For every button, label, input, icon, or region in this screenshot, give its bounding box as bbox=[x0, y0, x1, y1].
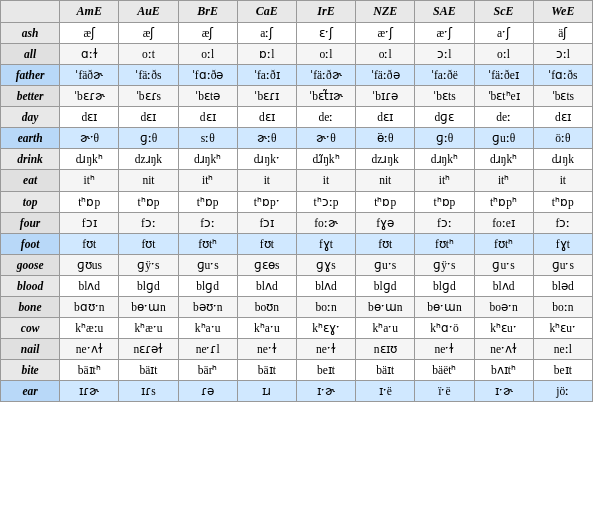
phonetic-cell: kʰaˑu bbox=[178, 318, 237, 339]
phonetic-cell: ɪˑë bbox=[356, 381, 415, 402]
table-row: bonebɑʊˑnbɵˑɯnbəʊˑnboʊnboːnbɵˑɯnbɵˑɯnboə… bbox=[1, 297, 593, 318]
phonetic-cell: kʰɑˑö bbox=[415, 318, 474, 339]
phonetic-cell: bləd bbox=[533, 275, 592, 296]
phonetic-cell: fʊt bbox=[60, 233, 119, 254]
phonetic-cell: ɡːθ bbox=[415, 128, 474, 149]
phonetic-cell: aːʃ bbox=[237, 22, 296, 43]
phonetic-cell: ˈbɛtə bbox=[178, 86, 237, 107]
word-label: ear bbox=[1, 381, 60, 402]
table-row: fourfɔɪfɔːfɔːfɔɪfoːɚfɣəfɔːfoːeɪfɔː bbox=[1, 212, 593, 233]
phonetic-cell: tʰɒp bbox=[356, 191, 415, 212]
phonetic-cell: dɛɪ bbox=[533, 107, 592, 128]
phonetic-cell: ˈbɛɾɪ bbox=[237, 86, 296, 107]
table-row: earɪɾɚɪɾsɾəɪɹɪˑɚɪˑëïˑëɪˑɚjöː bbox=[1, 381, 593, 402]
phonetic-cell: ɪˑɚ bbox=[474, 381, 533, 402]
word-label: eat bbox=[1, 170, 60, 191]
phonetic-cell: ɡɛɵs bbox=[237, 254, 296, 275]
phonetic-cell: neˑʌɫ bbox=[60, 339, 119, 360]
phonetic-cell: dɛɪ bbox=[60, 107, 119, 128]
phonetic-cell: kʰɛuˑ bbox=[533, 318, 592, 339]
phonetic-cell: blʌd bbox=[296, 275, 355, 296]
phonetic-cell: ɡÿˑs bbox=[119, 254, 178, 275]
phonetic-cell: fɔː bbox=[533, 212, 592, 233]
table-row: betterˈbɛɾɚˈbɛɾsˈbɛtəˈbɛɾɪˈbɛt̃ɪɚˈbɪɾəˈb… bbox=[1, 86, 593, 107]
phonetic-cell: itʰ bbox=[60, 170, 119, 191]
word-label: cow bbox=[1, 318, 60, 339]
phonetic-cell: dɹŋkʰ bbox=[474, 149, 533, 170]
phonetic-cell: oːl bbox=[178, 43, 237, 64]
phonetic-cell: blɡd bbox=[356, 275, 415, 296]
phonetic-cell: fʊt bbox=[119, 233, 178, 254]
phonetic-cell: dɹ̃ŋkʰ bbox=[296, 149, 355, 170]
phonetic-cell: boəˑn bbox=[474, 297, 533, 318]
phonetic-cell: bärʰ bbox=[178, 360, 237, 381]
phonetic-cell: ïˑë bbox=[415, 381, 474, 402]
phonetic-cell: ɔːl bbox=[533, 43, 592, 64]
phonetic-cell: fʊt bbox=[237, 233, 296, 254]
phonetic-cell: äʃ bbox=[533, 22, 592, 43]
phonetic-cell: sːθ bbox=[178, 128, 237, 149]
phonetic-cell: neˑɫ bbox=[296, 339, 355, 360]
phonetic-cell: dɹŋk bbox=[533, 149, 592, 170]
phonetic-cell: itʰ bbox=[178, 170, 237, 191]
table-row: earthɚˑθɡːθsːθɚːθɚˑθɵ̈ːθɡːθɡuːθöːθ bbox=[1, 128, 593, 149]
phonetic-cell: ɑːɫ bbox=[60, 43, 119, 64]
phonetic-cell: kʰaˑu bbox=[237, 318, 296, 339]
phonetic-cell: fɔː bbox=[415, 212, 474, 233]
phonetic-cell: dɹŋkʰ bbox=[178, 149, 237, 170]
word-label: father bbox=[1, 64, 60, 85]
phonetic-cell: ɡuˑs bbox=[178, 254, 237, 275]
column-header-nze: NZE bbox=[356, 1, 415, 23]
word-label: drink bbox=[1, 149, 60, 170]
phonetic-cell: aˑʃ bbox=[474, 22, 533, 43]
phonetic-cell: bɵˑɯn bbox=[356, 297, 415, 318]
phonetic-cell: neˑɾl bbox=[178, 339, 237, 360]
phonetic-cell: fɔɪ bbox=[60, 212, 119, 233]
phonetic-cell: ɡuˑs bbox=[356, 254, 415, 275]
phonetic-cell: boːn bbox=[533, 297, 592, 318]
phonetic-cell: tʰɒp bbox=[178, 191, 237, 212]
phonetic-cell: neˑʌɫ bbox=[474, 339, 533, 360]
phonetic-cell: æˑʃ bbox=[356, 22, 415, 43]
word-label: blood bbox=[1, 275, 60, 296]
phonetic-cell: dɹŋkʰ bbox=[415, 149, 474, 170]
phonetic-cell: ˈbɛtʰeɪ bbox=[474, 86, 533, 107]
phonetic-cell: ɪɾɚ bbox=[60, 381, 119, 402]
table-row: ashæʃæʃæʃaːʃɛˑʃæˑʃæˑʃaˑʃäʃ bbox=[1, 22, 593, 43]
phonetic-cell: ɚˑθ bbox=[60, 128, 119, 149]
phonetic-cell: ɚˑθ bbox=[296, 128, 355, 149]
word-label: goose bbox=[1, 254, 60, 275]
phonetic-cell: dɹŋkʰ bbox=[60, 149, 119, 170]
phonetic-cell: fɣt bbox=[296, 233, 355, 254]
phonetic-cell: æʃ bbox=[119, 22, 178, 43]
phonetic-cell: oːl bbox=[356, 43, 415, 64]
phonetic-cell: ɾə bbox=[178, 381, 237, 402]
column-header-bre: BrE bbox=[178, 1, 237, 23]
phonetic-cell: ɡːθ bbox=[119, 128, 178, 149]
phonetic-cell: fʊtʰ bbox=[415, 233, 474, 254]
phonetic-cell: ɒːl bbox=[237, 43, 296, 64]
corner-header bbox=[1, 1, 60, 23]
phonetic-cell: fɔː bbox=[178, 212, 237, 233]
phonetic-cell: it bbox=[533, 170, 592, 191]
phonetic-cell: bɵˑɯn bbox=[119, 297, 178, 318]
phonetic-cell: boʊn bbox=[237, 297, 296, 318]
phonetic-cell: ˈfɑːðs bbox=[533, 64, 592, 85]
phonetic-cell: ɡuːθ bbox=[474, 128, 533, 149]
phonetic-cell: bäɪt bbox=[237, 360, 296, 381]
phonetic-cell: ɵ̈ːθ bbox=[356, 128, 415, 149]
table-row: toptʰɒptʰɒptʰɒptʰɒpˑtʰɔːptʰɒptʰɒptʰɒpʰtʰ… bbox=[1, 191, 593, 212]
phonetic-cell: ɡuˑs bbox=[474, 254, 533, 275]
phonetic-cell: dzɹŋk bbox=[356, 149, 415, 170]
phonetic-cell: ˈfaːðɪ bbox=[237, 64, 296, 85]
phonetic-cell: bäɪt bbox=[119, 360, 178, 381]
phonetic-cell: dɛɪ bbox=[356, 107, 415, 128]
phonetic-cell: ɡɣs bbox=[296, 254, 355, 275]
phonetic-cell: neːl bbox=[533, 339, 592, 360]
phonetic-cell: ˈfäðɚ bbox=[60, 64, 119, 85]
word-label: day bbox=[1, 107, 60, 128]
word-label: ash bbox=[1, 22, 60, 43]
phonetic-cell: fɣə bbox=[356, 212, 415, 233]
phonetic-cell: ɡuˑs bbox=[533, 254, 592, 275]
table-row: drinkdɹŋkʰdzɹŋkdɹŋkʰdɹŋkˑdɹ̃ŋkʰdzɹŋkdɹŋk… bbox=[1, 149, 593, 170]
